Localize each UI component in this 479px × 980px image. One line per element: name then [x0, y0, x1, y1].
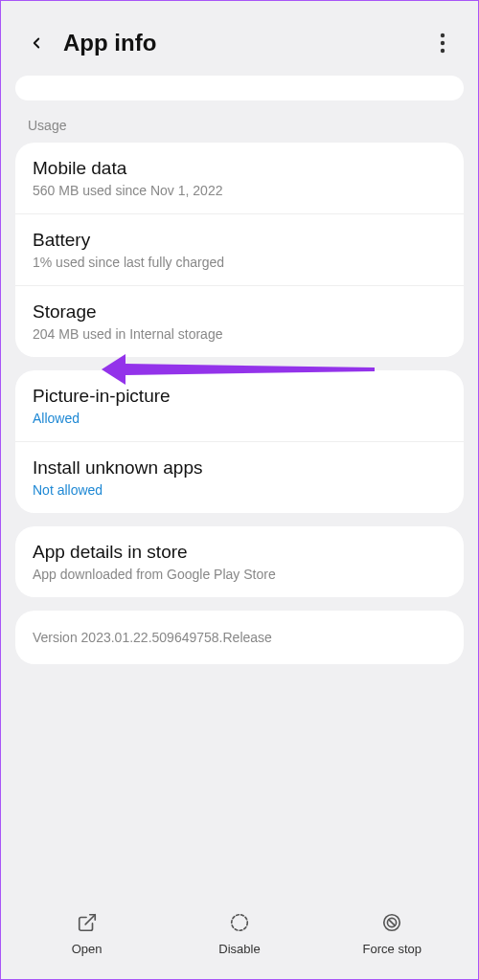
header: App info	[1, 1, 478, 76]
unknown-apps-item[interactable]: Install unknown apps Not allowed	[15, 442, 464, 513]
top-card-edge	[15, 76, 464, 100]
page-title: App info	[63, 30, 431, 56]
storage-sub: 204 MB used in Internal storage	[33, 326, 446, 342]
mobile-data-sub: 560 MB used since Nov 1, 2022	[33, 183, 446, 198]
usage-card: Mobile data 560 MB used since Nov 1, 202…	[15, 143, 464, 357]
open-icon	[77, 912, 98, 933]
storage-item[interactable]: Storage 204 MB used in Internal storage	[15, 286, 464, 357]
more-vertical-icon	[440, 33, 445, 54]
unknown-apps-title: Install unknown apps	[33, 457, 446, 479]
force-stop-button[interactable]: Force stop	[316, 911, 468, 956]
open-button[interactable]: Open	[11, 911, 163, 956]
app-details-item[interactable]: App details in store App downloaded from…	[15, 526, 464, 597]
battery-item[interactable]: Battery 1% used since last fully charged	[15, 214, 464, 286]
mobile-data-title: Mobile data	[33, 158, 446, 179]
disable-icon	[229, 912, 250, 933]
pip-item[interactable]: Picture-in-picture Allowed	[15, 370, 464, 442]
disable-label: Disable	[218, 942, 260, 956]
bottom-bar: Open Disable Force stop	[1, 892, 478, 979]
battery-sub: 1% used since last fully charged	[33, 255, 446, 270]
storage-title: Storage	[33, 301, 446, 323]
force-stop-icon	[381, 912, 402, 933]
force-stop-label: Force stop	[363, 942, 422, 956]
svg-line-3	[85, 915, 95, 924]
permissions-card: Picture-in-picture Allowed Install unkno…	[15, 370, 464, 513]
svg-point-0	[441, 33, 445, 37]
mobile-data-item[interactable]: Mobile data 560 MB used since Nov 1, 202…	[15, 143, 464, 214]
back-chevron-icon	[28, 34, 45, 52]
version-text: Version 2023.01.22.509649758.Release	[33, 630, 272, 645]
svg-point-4	[232, 915, 248, 931]
more-button[interactable]	[431, 32, 454, 55]
disable-button[interactable]: Disable	[163, 911, 315, 956]
pip-title: Picture-in-picture	[33, 386, 446, 407]
app-details-sub: App downloaded from Google Play Store	[33, 567, 446, 582]
svg-point-2	[441, 49, 445, 53]
svg-line-7	[389, 920, 395, 925]
back-button[interactable]	[25, 32, 48, 55]
app-details-title: App details in store	[33, 542, 446, 563]
battery-title: Battery	[33, 230, 446, 251]
svg-point-1	[441, 41, 445, 45]
open-label: Open	[72, 942, 103, 956]
unknown-apps-sub: Not allowed	[33, 482, 446, 498]
details-card: App details in store App downloaded from…	[15, 526, 464, 597]
version-card: Version 2023.01.22.509649758.Release	[15, 611, 464, 664]
usage-section-label: Usage	[1, 100, 478, 143]
pip-sub: Allowed	[33, 411, 446, 426]
